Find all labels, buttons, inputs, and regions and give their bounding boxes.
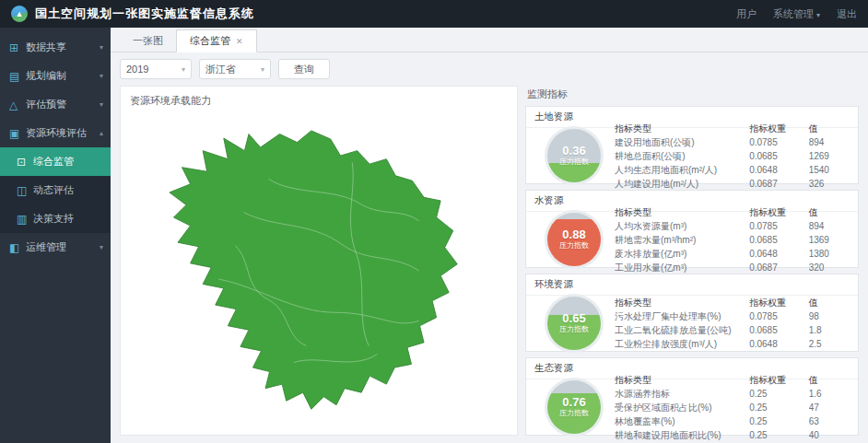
close-icon[interactable]: ✕	[236, 37, 243, 46]
sidebar-item-data-sharing[interactable]: ⊞ 数据共享 ▾	[0, 33, 111, 62]
col-type: 指标类型	[615, 205, 749, 219]
card-body: 0.88 压力指数 指标类型 指标权重 值	[526, 212, 858, 267]
province-map[interactable]	[128, 112, 510, 429]
gauge-fill: 0.65 压力指数	[547, 297, 601, 350]
list-icon: ▥	[17, 213, 33, 226]
tab-comprehensive-supervision[interactable]: 综合监管 ✕	[176, 29, 257, 52]
table-row: 废水排放量(亿m³)0.06481380	[615, 247, 850, 261]
col-type: 指标类型	[615, 122, 749, 135]
sidebar-item-decision-support[interactable]: ▥ 决策支持	[0, 204, 111, 233]
cell-type: 污水处理厂集中处理率(%)	[615, 309, 749, 323]
year-select[interactable]: 2019 ▾	[120, 59, 192, 79]
indicator-card-land: 土地资源 0.36 压力指数	[525, 106, 859, 184]
cell-weight: 0.25	[749, 414, 809, 428]
gauge-value: 0.36	[562, 145, 585, 157]
table-row: 水源涵养指标0.251.6	[615, 387, 850, 401]
cell-type: 人均生态用地面积(m²/人)	[615, 163, 749, 177]
cell-type: 人均建设用地(m²/人)	[615, 177, 749, 191]
cell-weight: 0.25	[749, 401, 809, 414]
gear-icon: ◧	[9, 241, 26, 254]
cell-value: 1380	[809, 247, 850, 261]
cell-type: 受保护区域面积占比(%)	[615, 401, 749, 414]
cell-value: 1540	[809, 163, 850, 177]
cell-weight: 0.0785	[749, 309, 809, 323]
sidebar-item-operations-management[interactable]: ◧ 运维管理 ▾	[0, 233, 111, 262]
table-row: 建设用地面积(公顷)0.0785894	[615, 135, 850, 149]
cell-value: 47	[809, 401, 850, 414]
province-shape	[170, 131, 457, 409]
cell-value: 1.8	[809, 323, 850, 337]
sidebar-item-plan-compilation[interactable]: ▤ 规划编制 ▾	[0, 62, 111, 90]
cell-value: 98	[809, 309, 850, 323]
indicator-table: 指标类型 指标权重 值 建设用地面积(公顷)0.0785894 耕地总面积(公顷…	[615, 122, 850, 191]
col-weight: 指标权重	[749, 373, 809, 387]
cell-weight: 0.25	[749, 387, 809, 401]
document-icon: ▤	[9, 70, 26, 83]
sidebar-item-evaluation-warning[interactable]: △ 评估预警 ▾	[0, 90, 111, 119]
indicator-cards: 土地资源 0.36 压力指数	[525, 106, 859, 436]
indicator-table: 指标类型 指标权重 值 人均水资源量(m³)0.0785894 耕地需水量(m³…	[615, 205, 850, 274]
chevron-down-icon: ▾	[100, 43, 103, 52]
chevron-down-icon: ▾	[261, 65, 264, 74]
cell-weight: 0.0687	[749, 177, 809, 191]
app-title: 国土空间规划一张图实施监督信息系统	[35, 6, 254, 22]
chevron-up-icon: ▴	[100, 129, 103, 137]
table-header-row: 指标类型 指标权重 值	[615, 373, 850, 387]
sidebar-item-label: 运维管理	[26, 240, 66, 254]
query-button[interactable]: 查询	[278, 59, 330, 79]
sidebar-item-resource-env-evaluation[interactable]: ▣ 资源环境评估 ▴	[0, 119, 111, 147]
cell-type: 废水排放量(亿m³)	[615, 247, 749, 261]
pressure-gauge: 0.76 压力指数	[545, 378, 604, 437]
sidebar: ⊞ 数据共享 ▾ ▤ 规划编制 ▾ △ 评估预警 ▾ ▣ 资源环境评估 ▴	[0, 28, 111, 443]
cell-weight: 0.0785	[749, 219, 809, 233]
monitor-icon: ▣	[9, 127, 26, 140]
cell-weight: 0.0785	[749, 135, 809, 149]
cell-type: 建设用地面积(公顷)	[615, 135, 749, 149]
gauge-label: 压力指数	[559, 325, 589, 334]
system-admin-menu[interactable]: 系统管理▾	[773, 7, 820, 21]
pressure-gauge: 0.88 压力指数	[545, 210, 604, 269]
table-row: 耕地和建设用地面积比(%)0.2540	[615, 428, 850, 442]
cell-weight: 0.0648	[749, 337, 809, 351]
cell-type: 水源涵养指标	[615, 387, 749, 401]
sidebar-item-label: 决策支持	[33, 212, 74, 226]
sidebar-item-comprehensive-supervision[interactable]: ⊡ 综合监管	[0, 147, 111, 176]
col-weight: 指标权重	[749, 122, 809, 135]
sidebar-item-label: 规划编制	[26, 69, 66, 83]
table-header-row: 指标类型 指标权重 值	[615, 122, 850, 135]
header-right: 用户 系统管理▾ 退出	[736, 7, 857, 21]
logout-link[interactable]: 退出	[837, 7, 857, 21]
chevron-down-icon: ▾	[100, 100, 103, 109]
cell-value: 894	[809, 219, 850, 233]
region-select[interactable]: 浙江省 ▾	[199, 59, 271, 79]
tab-one-map[interactable]: 一张图	[120, 30, 176, 52]
cell-type: 耕地和建设用地面积比(%)	[615, 428, 749, 442]
sidebar-item-label: 综合监管	[33, 155, 74, 169]
alert-icon: △	[9, 99, 26, 111]
sidebar-item-dynamic-evaluation[interactable]: ◫ 动态评估	[0, 176, 111, 204]
sidebar-item-label: 资源环境评估	[26, 126, 87, 140]
filter-bar: 2019 ▾ 浙江省 ▾ 查询	[111, 52, 868, 86]
indicator-card-water: 水资源 0.88 压力指数	[525, 190, 859, 268]
system-admin-label: 系统管理	[773, 8, 814, 19]
sidebar-item-label: 动态评估	[33, 183, 74, 197]
table-row: 人均水资源量(m³)0.0785894	[615, 219, 850, 233]
table-row: 工业用水量(亿m³)0.0687320	[615, 261, 850, 274]
province-map-svg	[128, 112, 510, 429]
cell-type: 人均水资源量(m³)	[615, 219, 749, 233]
table-row: 耕地总面积(公顷)0.06851269	[615, 149, 850, 163]
tab-label: 综合监管	[190, 34, 230, 48]
chevron-down-icon: ▾	[100, 72, 103, 80]
indicator-table: 指标类型 指标权重 值 污水处理厂集中处理率(%)0.078598 工业二氧化硫…	[615, 296, 850, 351]
table-row: 林地覆盖率(%)0.2563	[615, 414, 850, 428]
col-type: 指标类型	[615, 296, 749, 309]
top-header: ▲ 国土空间规划一张图实施监督信息系统 用户 系统管理▾ 退出	[0, 0, 868, 28]
table-row: 受保护区域面积占比(%)0.2547	[615, 401, 850, 414]
col-value: 值	[809, 122, 850, 135]
user-link[interactable]: 用户	[736, 7, 757, 21]
year-select-value: 2019	[126, 64, 148, 75]
app-logo-icon: ▲	[11, 6, 28, 22]
indicator-card-ecology: 生态资源 0.76 压力指数	[525, 357, 859, 436]
table-row: 人均生态用地面积(m²/人)0.06481540	[615, 163, 850, 177]
tab-bar: 一张图 综合监管 ✕	[111, 28, 868, 52]
